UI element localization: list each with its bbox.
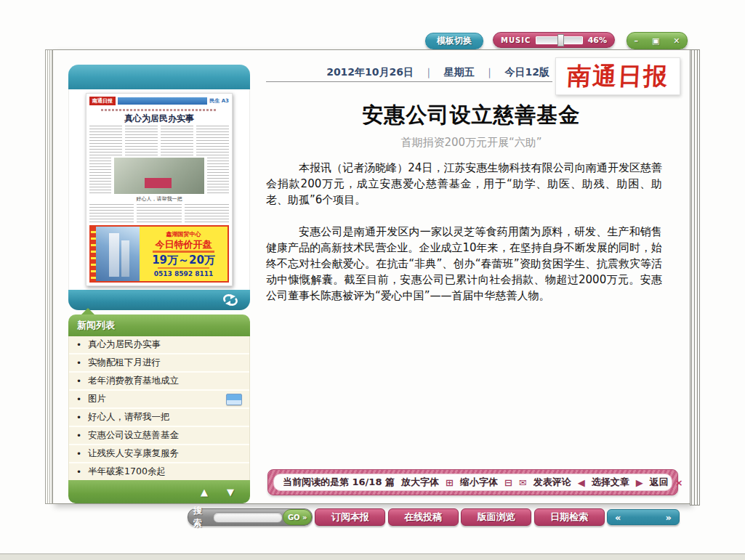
date-text: 2012年10月26日 xyxy=(326,66,414,79)
scroll-down-icon[interactable]: ▼ xyxy=(227,487,234,498)
bullet-icon: • xyxy=(76,394,81,405)
ad-building-photo xyxy=(96,227,140,281)
thumbnail-masthead: 南通日报 民生 A3 xyxy=(89,97,229,106)
select-article-button[interactable]: 选择文章 xyxy=(592,476,629,489)
next-page-icon[interactable]: » xyxy=(666,512,672,523)
newspaper-logo-text: 南通日报 xyxy=(566,60,669,93)
app-window: 模板切换 MUSIC 46% – ▣ ✕ 南通日报 民生 A3 xyxy=(0,0,745,560)
ad-phone: 0513 8592 8111 xyxy=(154,270,213,277)
article-paragraph: 安惠公司是南通开发区内一家以灵芝等食药用菌为原料，研发、生产和销售健康产品的高新… xyxy=(266,224,662,304)
news-item-current[interactable]: • 安惠公司设立慈善基金 xyxy=(69,427,249,445)
page-browse-button[interactable]: 版面浏览 xyxy=(461,508,531,526)
news-item[interactable]: • 让残疾人安享康复服务 xyxy=(69,445,249,463)
panel-pointer-icon xyxy=(81,308,94,315)
bullet-icon: • xyxy=(76,358,81,368)
online-submission-button[interactable]: 在线投稿 xyxy=(388,508,459,526)
news-item-photo[interactable]: • 图片 xyxy=(69,391,249,409)
close-article-icon[interactable]: × xyxy=(675,477,683,488)
window-controls: – ▣ ✕ xyxy=(627,32,688,49)
music-slider-track[interactable] xyxy=(536,36,582,44)
minimize-button[interactable]: – xyxy=(634,36,638,46)
thumbnail-section-label: 民生 A3 xyxy=(209,97,229,105)
news-item-label: 老年消费教育基地成立 xyxy=(88,375,179,387)
search-label: 搜索 xyxy=(188,505,213,529)
reading-toolbar-inner: 当前阅读的是第 16/18 篇 放大字体 ⊞ 缩小字体 ⊟ ✉ 发表评论 ◀ 选… xyxy=(273,474,672,491)
news-item[interactable]: • 半年破案1700余起 xyxy=(69,463,249,480)
ad-side-strip xyxy=(91,227,96,281)
date-search-button[interactable]: 日期检索 xyxy=(534,508,605,526)
template-switch-button[interactable]: 模板切换 xyxy=(425,33,483,49)
preview-header-bar xyxy=(68,65,250,89)
next-article-icon[interactable]: ▶ xyxy=(636,477,643,488)
zoom-in-icon[interactable]: ⊞ xyxy=(446,477,454,488)
page-nav-control: « » xyxy=(607,509,680,525)
thumbnail-photo xyxy=(114,158,204,194)
search-input[interactable] xyxy=(213,512,283,523)
music-volume-value: 46% xyxy=(588,36,607,45)
news-item-label: 让残疾人安享康复服务 xyxy=(88,447,179,460)
news-list-footer: ▲ ▼ xyxy=(68,480,250,503)
ad-name: 鑫湖国贸中心 xyxy=(166,230,201,238)
news-item-label: 半年破案1700余起 xyxy=(88,466,166,478)
preview-body: 南通日报 民生 A3 真心为居民办实事 好心人，请帮我一把 xyxy=(68,89,250,290)
photo-icon xyxy=(226,394,242,405)
bullet-icon: • xyxy=(76,431,81,441)
page-preview-panel: 南通日报 民生 A3 真心为居民办实事 好心人，请帮我一把 xyxy=(68,65,250,310)
back-button[interactable]: 返回 xyxy=(650,476,669,489)
separator: ｜ xyxy=(424,66,434,79)
thumbnail-text-columns-2 xyxy=(89,204,229,222)
thumbnail-kicker-line xyxy=(101,109,217,112)
ad-price: 19万～20万 xyxy=(152,254,215,266)
scroll-up-icon[interactable]: ▲ xyxy=(201,487,208,498)
prev-page-icon[interactable]: « xyxy=(615,512,621,523)
news-item[interactable]: • 好心人，请帮我一把 xyxy=(69,409,249,427)
ad-rule-2 xyxy=(158,267,209,269)
ad-rule xyxy=(153,251,214,253)
maximize-button[interactable]: ▣ xyxy=(652,36,659,46)
envelope-icon[interactable]: ✉ xyxy=(519,477,527,488)
news-item-label: 图片 xyxy=(88,393,106,405)
thumbnail-header-bar xyxy=(118,97,207,105)
thumbnail-caption: 好心人，请帮我一把 xyxy=(89,196,229,202)
article-area: 2012年10月26日 ｜ 星期五 ｜ 今日12版 南通日报 安惠公司设立慈善基… xyxy=(266,63,677,320)
reader-window: 南通日报 民生 A3 真心为居民办实事 好心人，请帮我一把 xyxy=(52,49,690,504)
bullet-icon: • xyxy=(76,467,81,477)
zoom-out-icon[interactable]: ⊟ xyxy=(504,477,512,488)
bottom-edge-bar xyxy=(0,553,745,560)
thumbnail-text-columns xyxy=(89,126,229,155)
close-button[interactable]: ✕ xyxy=(673,36,680,46)
bullet-icon: • xyxy=(76,376,81,386)
preview-footer-bar xyxy=(68,290,250,310)
music-slider-thumb[interactable] xyxy=(557,34,564,46)
news-item[interactable]: • 实物配租下月进行 xyxy=(69,354,249,373)
news-item[interactable]: • 真心为居民办实事 xyxy=(69,336,249,354)
search-go-button[interactable]: GO » xyxy=(283,509,312,525)
thumbnail-headline: 真心为居民办实事 xyxy=(89,113,229,123)
weekday-text: 星期五 xyxy=(444,66,475,79)
ad-text-block: 鑫湖国贸中心 今日特价开盘 19万～20万 0513 8592 8111 xyxy=(140,227,227,281)
ad-slogan: 今日特价开盘 xyxy=(156,240,212,249)
news-item-label: 实物配租下月进行 xyxy=(88,357,161,369)
refresh-icon[interactable] xyxy=(221,293,240,307)
previous-article-icon[interactable]: ◀ xyxy=(578,477,585,488)
article-body: 本报讯（记者汤晓峰）24日，江苏安惠生物科技有限公司向南通开发区慈善会捐款200… xyxy=(266,160,677,304)
date-bar: 2012年10月26日 ｜ 星期五 ｜ 今日12版 xyxy=(266,63,552,82)
article-subtitle: 首期捐资200万元开展“六助” xyxy=(266,136,677,150)
news-list-title: 新闻列表 xyxy=(68,315,250,336)
article-title: 安惠公司设立慈善基金 xyxy=(266,101,677,130)
newspaper-thumbnail[interactable]: 南通日报 民生 A3 真心为居民办实事 好心人，请帮我一把 xyxy=(86,93,233,286)
search-bar: 搜索 GO » xyxy=(188,508,313,526)
news-list-panel: 新闻列表 • 真心为居民办实事 • 实物配租下月进行 • 老年消费教育基地成立 … xyxy=(68,315,250,503)
post-comment-button[interactable]: 发表评论 xyxy=(533,476,571,489)
music-volume-control[interactable]: MUSIC 46% xyxy=(493,32,615,48)
zoom-in-button[interactable]: 放大字体 xyxy=(401,476,439,489)
news-item-label: 真心为居民办实事 xyxy=(88,338,161,351)
bullet-icon: • xyxy=(76,340,81,350)
bullet-icon: • xyxy=(76,413,81,423)
newspaper-logo: 南通日报 xyxy=(555,57,680,95)
edition-text: 今日12版 xyxy=(505,66,549,79)
zoom-out-button[interactable]: 缩小字体 xyxy=(460,476,498,489)
news-item[interactable]: • 老年消费教育基地成立 xyxy=(69,373,249,391)
bullet-icon: • xyxy=(76,449,81,459)
subscribe-button[interactable]: 订阅本报 xyxy=(315,508,385,526)
